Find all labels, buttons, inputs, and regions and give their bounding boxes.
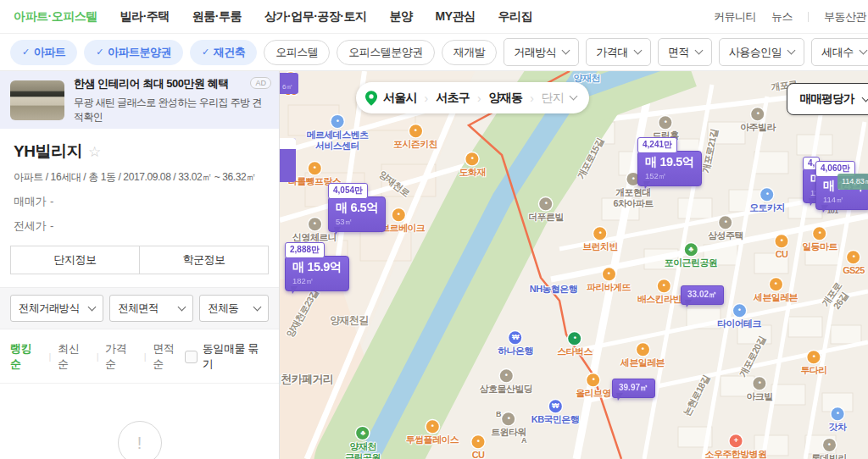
map-poi-label-3: •도화재 bbox=[459, 152, 485, 178]
real-estate-app: 아파트·오피스텔빌라·주택원룸·투룸상가·업무·공장·토지분양MY관심우리집 커… bbox=[0, 0, 868, 459]
map-poi-label-43: •세븐일레븐 bbox=[620, 343, 665, 368]
ad-subtitle: 무광 새틴 글래스로 완성하는 우리집 주방 견적확인 bbox=[74, 96, 269, 124]
breadcrumb-2[interactable]: 양재동 bbox=[489, 91, 523, 106]
ad-banner[interactable]: 한샘 인테리어 최대 500만원 혜택 무광 새틴 글래스로 완성하는 우리집 … bbox=[0, 71, 279, 129]
sort-separator: | bbox=[49, 351, 51, 362]
property-name: YH빌리지 bbox=[14, 141, 82, 163]
listing-select-value: 전체면적 bbox=[118, 301, 159, 316]
area-size: 114㎡ bbox=[823, 195, 863, 206]
favorite-star-icon[interactable]: ☆ bbox=[88, 143, 101, 161]
price-per-pyeong-badge: 4,054만 bbox=[328, 183, 368, 199]
nav-tab-2[interactable]: 원룸·투룸 bbox=[192, 9, 242, 25]
listing-select-1[interactable]: 전체면적 bbox=[109, 295, 193, 322]
map-poi-label-text: 더푸른빌 bbox=[528, 212, 564, 223]
tab-complex-info[interactable]: 단지정보 bbox=[10, 246, 140, 274]
sort-option-0[interactable]: 랭킹순 bbox=[10, 341, 42, 372]
map-mode-select[interactable]: 매매평당가 bbox=[787, 83, 868, 115]
map-poi-label-text: 하나은행 bbox=[498, 346, 533, 357]
filter-pills: ✓아파트✓아파트분양권✓재건축오피스텔오피스텔분양권재개발 bbox=[10, 40, 497, 65]
filter-dropdown-2[interactable]: 면적 bbox=[658, 38, 712, 66]
map-poi-label-text: 파리바게뜨 bbox=[587, 282, 631, 293]
map-poi-label-text: A bbox=[521, 436, 526, 445]
nav-right-item-0[interactable]: 커뮤니티 bbox=[714, 9, 756, 25]
chevron-down-icon bbox=[787, 47, 796, 55]
building-icon: • bbox=[751, 108, 764, 120]
listing-select-2[interactable]: 전체동 bbox=[199, 295, 269, 322]
food-icon: • bbox=[309, 162, 321, 174]
price-value: - bbox=[50, 219, 53, 232]
nav-tab-4[interactable]: 분양 bbox=[390, 9, 413, 25]
filter-dropdown-4[interactable]: 세대수 bbox=[811, 38, 868, 66]
map-poi-label-20: •CU bbox=[776, 235, 788, 260]
service-icon: • bbox=[331, 115, 344, 128]
map-poi-label-26: •세븐일레븐 bbox=[754, 278, 798, 303]
nav-right-item-1[interactable]: 뉴스 bbox=[771, 9, 793, 25]
nav-tab-0[interactable]: 아파트·오피스텔 bbox=[14, 9, 97, 25]
breadcrumb-complex[interactable]: 단지 bbox=[542, 91, 564, 106]
map-poi-label-8: •더푸른빌 bbox=[528, 197, 564, 223]
same-listing-checkbox[interactable] bbox=[185, 351, 198, 363]
breadcrumb-1[interactable]: 서초구 bbox=[436, 91, 470, 106]
info-tabs: 단지정보학군정보 bbox=[10, 246, 269, 274]
map-poi-label-text: 올리브영 bbox=[576, 388, 611, 399]
nav-right-item-2[interactable]: 부동산관 bbox=[824, 9, 866, 25]
chevron-down-icon bbox=[694, 47, 703, 55]
food-icon: • bbox=[465, 152, 478, 165]
ad-title: 한샘 인테리어 최대 500만원 혜택 bbox=[74, 76, 269, 91]
filter-pill-checked-1[interactable]: ✓아파트분양권 bbox=[84, 40, 183, 65]
listing-select-0[interactable]: 전체거래방식 bbox=[10, 295, 103, 322]
map-poi-label-18: •브런치빈 bbox=[582, 227, 618, 252]
store-icon: • bbox=[847, 251, 860, 263]
building-icon: • bbox=[500, 369, 513, 382]
service-icon: • bbox=[760, 188, 773, 201]
chevron-down-icon bbox=[178, 302, 186, 311]
starbucks-icon: • bbox=[568, 332, 581, 345]
nav-tab-1[interactable]: 빌라·주택 bbox=[120, 9, 170, 25]
map-poi-label-11: •아주빌라 bbox=[740, 108, 776, 133]
filter-pill-1[interactable]: 오피스텔분양권 bbox=[337, 40, 435, 65]
store-icon: • bbox=[769, 278, 782, 290]
food-icon: • bbox=[409, 124, 421, 137]
breadcrumb-items: 서울시›서초구›양재동 bbox=[383, 91, 522, 106]
area-marker-9[interactable]: 39.97㎡ bbox=[612, 379, 655, 398]
price-marker-4[interactable]: 4,241만매 19.5억152㎡ bbox=[637, 135, 702, 186]
breadcrumb-0[interactable]: 서울시 bbox=[383, 91, 417, 106]
map-poi-label-text: 세븐일레븐 bbox=[620, 357, 665, 368]
price-marker-3[interactable]: 2,888만매 15.9억182㎡ bbox=[285, 241, 349, 291]
sort-option-1[interactable]: 최신순 bbox=[58, 341, 90, 372]
sale-price: 매 6.5억 bbox=[336, 200, 378, 216]
filter-dropdown-0[interactable]: 거래방식 bbox=[504, 38, 579, 66]
map-poi-label-text: 양재천 근린공원 bbox=[345, 441, 381, 459]
map[interactable]: •CU•메르세데스벤츠 서비스센터•포시즌키친•도화재•다롤뺑프랑스양재천로•라… bbox=[280, 71, 868, 459]
nav-tab-6[interactable]: 우리집 bbox=[498, 9, 533, 25]
sort-option-2[interactable]: 가격순 bbox=[105, 341, 137, 372]
price-rows: 매매가-전세가- bbox=[14, 194, 265, 234]
filter-dropdown-3[interactable]: 사용승인일 bbox=[719, 38, 805, 66]
map-poi-label-17: •삼성주택 bbox=[708, 216, 743, 241]
filter-pill-checked-2[interactable]: ✓재건축 bbox=[190, 40, 257, 65]
filter-pill-checked-0[interactable]: ✓아파트 bbox=[10, 40, 77, 65]
checkmark-icon: ✓ bbox=[96, 47, 103, 58]
listing-select-value: 전체거래방식 bbox=[19, 301, 79, 316]
nav-tab-5[interactable]: MY관심 bbox=[436, 9, 476, 25]
chevron-down-icon bbox=[859, 47, 867, 55]
nav-tab-3[interactable]: 상가·업무·공장·토지 bbox=[264, 9, 367, 25]
map-poi-label-text: 스타벅스 bbox=[557, 346, 593, 357]
price-marker-2[interactable]: 4,054만매 6.5억53㎡ bbox=[328, 181, 386, 232]
listing-select-value: 전체동 bbox=[208, 301, 238, 316]
clipped-area-text: 6㎡ bbox=[282, 82, 292, 91]
service-icon: • bbox=[732, 304, 745, 317]
bank-icon: ₩ bbox=[509, 331, 521, 344]
map-poi-label-text: 포이근린공원 bbox=[665, 257, 717, 268]
filter-dropdown-1[interactable]: 가격대 bbox=[586, 38, 651, 66]
food-icon: • bbox=[426, 420, 439, 433]
same-listing-checkbox-label: 동일매물 묶기 bbox=[203, 341, 269, 372]
sort-option-3[interactable]: 면적순 bbox=[153, 341, 185, 372]
filter-pill-2[interactable]: 재개발 bbox=[442, 40, 498, 65]
tab-school-info[interactable]: 학군정보 bbox=[139, 246, 269, 274]
map-poi-label-text: CU bbox=[472, 450, 485, 459]
filter-dropdowns: 거래방식가격대면적사용승인일세대수 bbox=[504, 38, 868, 66]
map-poi-label-text: GS25 bbox=[843, 265, 865, 276]
area-marker-8[interactable]: 33.02㎡ bbox=[681, 285, 724, 305]
filter-pill-0[interactable]: 오피스텔 bbox=[264, 40, 330, 65]
